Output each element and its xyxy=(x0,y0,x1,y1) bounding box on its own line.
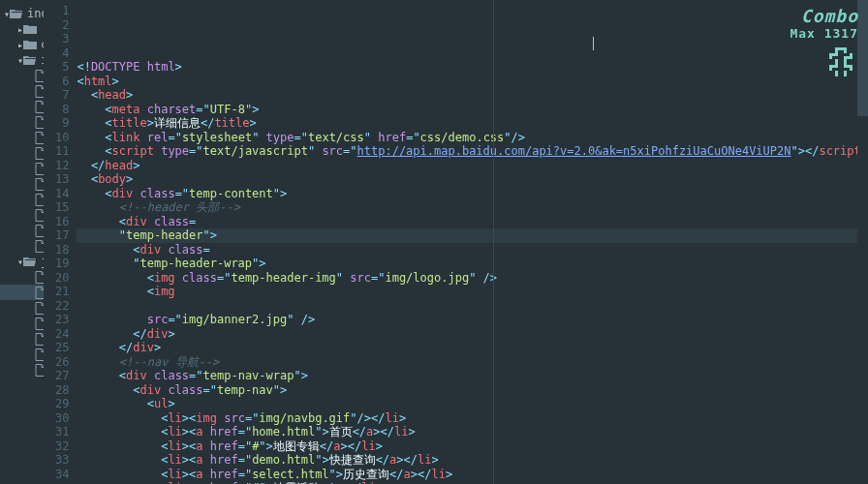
code-area[interactable]: <!DOCTYPE html><html> <head> <meta chars… xyxy=(77,0,868,484)
line-number: 25 xyxy=(44,341,69,355)
code-line[interactable]: <link rel="stylesheet" type="text/css" h… xyxy=(77,131,868,145)
code-line[interactable]: <li><img src="img/navbg.gif"/></li> xyxy=(77,411,868,426)
code-line[interactable]: <div class="temp-nav"> xyxy=(77,383,868,398)
file-tree[interactable]: ▾index▸.git▸css▾imgadd.pngbanner2.jpgbod… xyxy=(0,0,44,484)
tree-item[interactable]: ▾js xyxy=(0,254,44,269)
file-icon xyxy=(35,287,44,298)
code-line[interactable]: src="img/banner2.jpg" /> xyxy=(77,313,868,327)
line-number: 12 xyxy=(44,159,69,173)
tree-item[interactable]: top.jpg xyxy=(0,238,44,254)
tree-item[interactable]: ▸.git xyxy=(0,21,44,37)
editor[interactable]: 1234567891011121314151617181920212223242… xyxy=(44,0,868,484)
file-icon xyxy=(35,70,44,81)
line-number: 10 xyxy=(44,131,69,145)
line-number: 13 xyxy=(44,172,69,187)
tree-item[interactable]: ▾img xyxy=(0,52,44,68)
code-line[interactable]: <html> xyxy=(77,75,868,89)
code-line[interactable]: <meta charset="UTF-8"> xyxy=(77,103,868,117)
code-line[interactable]: <title>详细信息</title> xyxy=(77,116,868,131)
tree-item[interactable]: body.jpg xyxy=(0,99,44,114)
file-icon xyxy=(35,348,44,360)
code-line[interactable] xyxy=(77,299,868,314)
file-icon xyxy=(35,364,44,376)
code-line[interactable]: "temp-header"> xyxy=(77,228,868,243)
code-line[interactable]: </head> xyxy=(77,159,868,173)
line-number: 22 xyxy=(44,299,69,314)
code-line[interactable]: <!--header 头部--> xyxy=(77,200,868,215)
tree-item[interactable]: footer.jpg xyxy=(0,130,44,145)
line-number: 24 xyxy=(44,327,69,342)
code-line[interactable]: <head> xyxy=(77,88,868,103)
file-icon xyxy=(35,271,44,283)
line-number: 6 xyxy=(44,75,69,89)
tree-item[interactable]: wordcount.jar xyxy=(0,362,44,378)
code-line[interactable]: <div class="temp-content"> xyxy=(77,187,868,201)
code-line[interactable]: <div class= xyxy=(77,243,868,257)
line-gutter: 1234567891011121314151617181920212223242… xyxy=(44,0,77,484)
line-number: 31 xyxy=(44,425,69,439)
tree-item[interactable]: ▾index xyxy=(0,6,44,21)
line-number: 26 xyxy=(44,355,69,370)
combo-title: Combo xyxy=(790,6,858,26)
line-number: 18 xyxy=(44,243,69,257)
line-number: 27 xyxy=(44,369,69,383)
tree-item[interactable]: select.html xyxy=(0,347,44,362)
tree-item[interactable]: downhot.com) .pptx xyxy=(0,300,44,316)
tree-item[interactable]: navbg.gif xyxy=(0,161,44,176)
line-number: 17 xyxy=(44,228,69,243)
code-line[interactable]: <li><a href="#">地图专辑</a></li> xyxy=(77,439,868,454)
text-cursor xyxy=(593,37,594,50)
tree-item[interactable]: .project xyxy=(0,269,44,285)
code-line[interactable]: </div> xyxy=(77,341,868,355)
line-number: 29 xyxy=(44,397,69,411)
line-number: 3 xyxy=(44,32,69,46)
tree-item[interactable]: add.png xyxy=(0,68,44,83)
code-line[interactable]: <!DOCTYPE html> xyxy=(77,60,868,75)
file-icon xyxy=(35,147,44,159)
file-icon xyxy=(35,178,44,190)
file-icon xyxy=(35,85,44,97)
code-line[interactable]: <script type="text/javascript" src="http… xyxy=(77,144,868,159)
code-line[interactable]: <li><a href="demo.html">快捷查询</a></li> xyxy=(77,453,868,468)
tree-item[interactable]: foot.png xyxy=(0,114,44,130)
code-line[interactable]: <div class= xyxy=(77,215,868,229)
line-number: 21 xyxy=(44,285,69,299)
line-number: 34 xyxy=(44,468,69,482)
tree-item[interactable]: qq.jpg xyxy=(0,223,44,238)
folder-icon xyxy=(23,23,37,35)
code-line[interactable]: <!--nav 导航--> xyxy=(77,355,868,370)
code-line[interactable]: <li><a href="home.html">首页</a></li> xyxy=(77,425,868,439)
scrollbar-thumb[interactable] xyxy=(857,0,868,116)
line-number: 28 xyxy=(44,383,69,398)
code-line[interactable]: <body> xyxy=(77,172,868,187)
line-number: 16 xyxy=(44,215,69,229)
line-number: 11 xyxy=(44,144,69,159)
line-number: 19 xyxy=(44,257,69,271)
tree-item[interactable]: home.html xyxy=(0,316,44,331)
line-number: 7 xyxy=(44,88,69,103)
tree-item[interactable]: ▸css xyxy=(0,37,44,52)
tree-item[interactable]: prop.jpg xyxy=(0,192,44,207)
tree-item[interactable]: qq_login.jpg xyxy=(0,207,44,223)
line-number: 33 xyxy=(44,453,69,468)
folder-open-icon xyxy=(23,54,37,66)
tree-item[interactable]: prop_h1.jpg xyxy=(0,176,44,192)
line-number: 15 xyxy=(44,200,69,215)
code-line[interactable]: </div> xyxy=(77,327,868,342)
line-number: 4 xyxy=(44,46,69,61)
code-line[interactable]: <img xyxy=(77,285,868,299)
scrollbar[interactable] xyxy=(857,0,868,484)
tree-item[interactable]: banner2.jpg xyxy=(0,83,44,99)
tree-item[interactable]: demo.html xyxy=(0,285,44,300)
tree-item[interactable]: index.html xyxy=(0,331,44,347)
code-line[interactable]: <div class="temp-nav-wrap"> xyxy=(77,369,868,383)
tree-item[interactable]: logo.jpg xyxy=(0,145,44,161)
code-line[interactable]: <ul> xyxy=(77,397,868,411)
code-line[interactable]: <img class="temp-header-img" src="img/lo… xyxy=(77,271,868,286)
code-line[interactable]: <li><a href="select.html">历史查询</a></li> xyxy=(77,468,868,482)
code-line[interactable]: "temp-header-wrap"> xyxy=(77,257,868,271)
folder-open-icon xyxy=(10,8,23,19)
line-number: 9 xyxy=(44,116,69,131)
file-icon xyxy=(35,240,44,252)
file-icon xyxy=(35,302,44,314)
